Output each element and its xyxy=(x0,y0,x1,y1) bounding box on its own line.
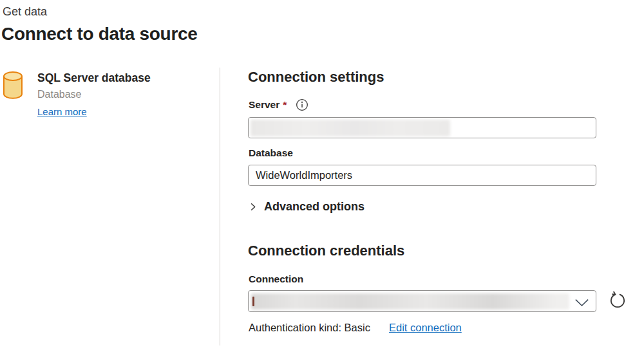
database-value: WideWorldImporters xyxy=(256,169,352,181)
auth-row: Authentication kind: Basic Edit connecti… xyxy=(249,322,462,334)
redacted-connection-value xyxy=(251,293,569,309)
connection-credentials-heading: Connection credentials xyxy=(248,243,404,259)
chevron-down-icon xyxy=(574,298,589,309)
database-label: Database xyxy=(249,147,293,159)
source-name: SQL Server database xyxy=(37,71,151,85)
info-icon[interactable] xyxy=(296,98,308,111)
refresh-connections-button[interactable] xyxy=(607,290,629,311)
breadcrumb-get-data: Get data xyxy=(3,5,47,19)
advanced-options-toggle[interactable]: Advanced options xyxy=(249,200,365,214)
advanced-options-label: Advanced options xyxy=(264,200,365,214)
server-label: Server xyxy=(249,99,279,111)
auth-kind-text: Authentication kind: Basic xyxy=(249,322,370,334)
connection-settings-heading: Connection settings xyxy=(248,69,384,86)
redacted-text-remnant xyxy=(252,297,254,306)
refresh-icon xyxy=(607,290,628,311)
chevron-right-icon xyxy=(249,203,257,211)
connection-label: Connection xyxy=(249,273,303,285)
server-input[interactable] xyxy=(248,117,596,138)
connection-dropdown[interactable] xyxy=(248,290,596,312)
redacted-server-value xyxy=(251,120,450,136)
database-input[interactable]: WideWorldImporters xyxy=(248,165,596,186)
source-kind: Database xyxy=(37,89,82,100)
server-label-row: Server * xyxy=(249,98,308,111)
edit-connection-link[interactable]: Edit connection xyxy=(389,322,462,334)
database-cylinder-icon xyxy=(2,71,24,100)
required-asterisk: * xyxy=(283,99,287,111)
learn-more-link[interactable]: Learn more xyxy=(37,106,87,117)
vertical-divider xyxy=(220,68,220,345)
page-title: Connect to data source xyxy=(1,24,198,44)
